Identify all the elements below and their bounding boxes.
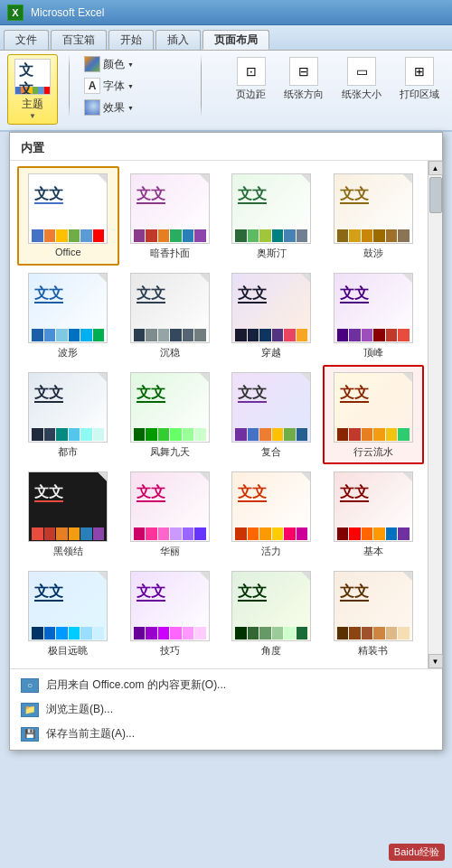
page-btn-label: 纸张大小 <box>342 88 381 101</box>
font-button[interactable]: A 字体 ▼ <box>80 76 137 96</box>
theme-name: 极目远眺 <box>48 644 88 658</box>
preview-text: 文文 <box>29 373 107 427</box>
preview-lines <box>334 328 412 342</box>
preview-lines <box>232 626 310 640</box>
tab-baobao[interactable]: 百宝箱 <box>51 30 107 50</box>
preview-text: 文文 <box>131 572 209 626</box>
theme-name: 精装书 <box>358 644 388 658</box>
page-layout-buttons: ⊡ 页边距 ⊟ 纸张方向 ▭ 纸张大小 ⊞ 打印区域 <box>231 54 445 104</box>
theme-name: 活力 <box>261 545 281 558</box>
color-button[interactable]: 颜色 ▼ <box>80 54 137 74</box>
preview-text: 文文 <box>232 373 310 427</box>
preview-text: 文文 <box>29 274 107 328</box>
theme-card-hardcover[interactable]: 文文 精装书 <box>323 564 425 663</box>
theme-name: 行云流水 <box>353 445 393 459</box>
excel-icon: X <box>7 5 24 21</box>
menu-item-browse_theme[interactable]: 📁 浏览主题(B)... <box>10 697 442 722</box>
font-icon: A <box>84 78 100 94</box>
theme-preview: 文文 <box>28 471 108 542</box>
theme-card-city[interactable]: 文文 都市 <box>17 365 119 464</box>
preview-text: 文文 <box>29 174 107 229</box>
theme-name: 凤舞九天 <box>150 445 190 459</box>
theme-card-black_tie[interactable]: 文文 黑领结 <box>17 464 119 564</box>
preview-lines <box>334 626 412 640</box>
tab-insert[interactable]: 插入 <box>155 30 201 50</box>
ribbon-right: 颜色 ▼ A 字体 ▼ 效果 ▼ <box>80 54 190 117</box>
theme-card-angle[interactable]: 文文 角度 <box>221 564 323 663</box>
color-label: 颜色 <box>103 57 125 72</box>
theme-button[interactable]: 文文 主题 ▼ <box>7 54 58 125</box>
page-btn-icon: ⊡ <box>237 57 266 86</box>
scroll-down-button[interactable]: ▼ <box>428 654 443 668</box>
theme-name: 顶峰 <box>363 346 383 359</box>
theme-preview: 文文 <box>28 173 108 244</box>
theme-card-basic[interactable]: 文文 基本 <box>323 464 425 564</box>
theme-name: 鼓涉 <box>363 247 383 260</box>
ribbon-row-3: 效果 ▼ <box>80 98 190 117</box>
tab-file[interactable]: 文件 <box>4 30 49 50</box>
page-btn-纸张方向[interactable]: ⊟ 纸张方向 <box>278 54 329 104</box>
preview-lines <box>131 229 209 243</box>
theme-name: 沉稳 <box>160 346 180 359</box>
theme-card-vitality[interactable]: 文文 活力 <box>221 464 323 564</box>
tab-pagelayout[interactable]: 页面布局 <box>202 30 269 50</box>
preview-lines <box>131 626 209 640</box>
theme-label: 主题 <box>22 97 43 112</box>
menu-item-icon: ○ <box>21 678 39 693</box>
theme-card-flowing_water[interactable]: 文文 行云流水 <box>323 365 425 464</box>
preview-lines <box>232 328 310 342</box>
scrollbar[interactable]: ▲ ▼ <box>428 161 442 668</box>
preview-lines <box>131 527 209 541</box>
theme-preview: 文文 <box>231 372 311 443</box>
theme-card-peacock[interactable]: 文文 凤舞九天 <box>119 365 221 464</box>
theme-card-office[interactable]: 文文 Office <box>17 166 119 266</box>
preview-lines <box>232 229 310 243</box>
theme-name: 技巧 <box>160 644 180 658</box>
theme-card-drums[interactable]: 文文 鼓涉 <box>323 166 425 266</box>
page-btn-纸张大小[interactable]: ▭ 纸张大小 <box>336 54 387 104</box>
theme-card-through[interactable]: 文文 穿越 <box>221 266 323 365</box>
ribbon-separator <box>69 54 70 117</box>
preview-lines <box>29 229 107 243</box>
tab-start[interactable]: 开始 <box>108 30 154 50</box>
effect-arrow: ▼ <box>127 105 134 111</box>
theme-preview: 文文 <box>130 173 210 244</box>
page-btn-页边距[interactable]: ⊡ 页边距 <box>231 54 271 104</box>
theme-name: 复合 <box>261 445 281 459</box>
theme-preview: 文文 <box>28 273 108 343</box>
theme-card-far_view[interactable]: 文文 极目远眺 <box>17 564 119 663</box>
page-btn-icon: ⊞ <box>405 57 434 86</box>
theme-card-dark_incense[interactable]: 文文 暗香扑面 <box>119 166 221 266</box>
preview-lines <box>232 427 310 442</box>
theme-card-calm[interactable]: 文文 沉稳 <box>119 266 221 365</box>
theme-card-wave[interactable]: 文文 波形 <box>17 266 119 365</box>
theme-name: 奥斯汀 <box>257 247 287 260</box>
menu-item-icon: 📁 <box>21 703 39 717</box>
menu-item-online_update[interactable]: ○ 启用来自 Office.com 的内容更新(O)... <box>10 673 442 697</box>
theme-card-complex[interactable]: 文文 复合 <box>221 365 323 464</box>
theme-card-skill[interactable]: 文文 技巧 <box>119 564 221 663</box>
theme-card-mostin[interactable]: 文文 奥斯汀 <box>221 166 323 266</box>
scroll-thumb[interactable] <box>429 177 442 213</box>
ribbon: 文文 主题 ▼ 颜色 ▼ A 字体 ▼ <box>0 51 452 132</box>
theme-card-peak[interactable]: 文文 顶峰 <box>323 266 425 365</box>
page-btn-打印区域[interactable]: ⊞ 打印区域 <box>394 54 445 104</box>
preview-text: 文文 <box>334 174 412 229</box>
preview-text: 文文 <box>131 373 209 427</box>
ribbon-row-2: A 字体 ▼ <box>80 76 190 96</box>
theme-name: 角度 <box>261 644 281 658</box>
theme-preview: 文文 <box>231 273 311 343</box>
theme-card-glamour[interactable]: 文文 华丽 <box>119 464 221 564</box>
preview-lines <box>334 229 412 243</box>
theme-preview: 文文 <box>130 273 210 343</box>
menu-item-save_theme[interactable]: 💾 保存当前主题(A)... <box>10 722 442 746</box>
theme-preview: 文文 <box>334 471 413 542</box>
theme-preview: 文文 <box>28 372 108 443</box>
effect-button[interactable]: 效果 ▼ <box>80 98 137 117</box>
preview-text: 文文 <box>232 274 310 328</box>
theme-preview: 文文 <box>334 273 413 343</box>
effect-icon <box>84 99 100 116</box>
theme-preview: 文文 <box>334 173 413 244</box>
scroll-up-button[interactable]: ▲ <box>428 161 443 175</box>
preview-lines <box>334 527 412 541</box>
